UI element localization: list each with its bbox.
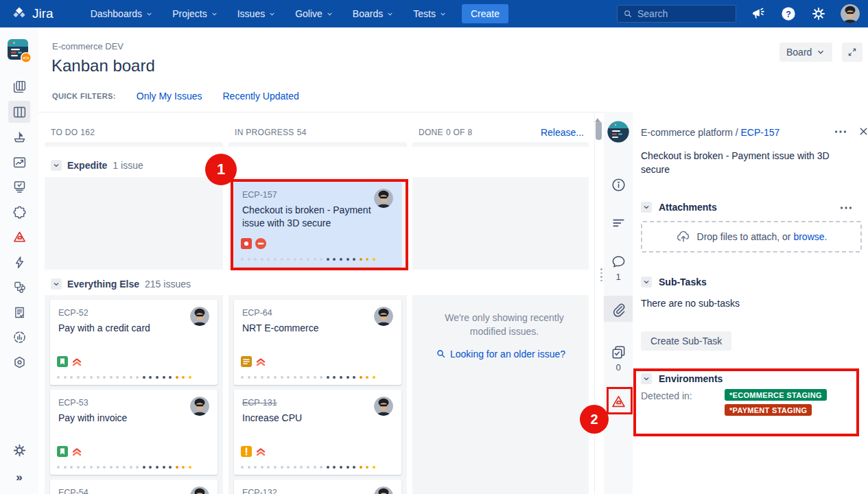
collapse-swimlane-button[interactable] [51,160,62,171]
swimlane-expedite: Expedite 1 issue [51,160,143,171]
nav-item-projects[interactable]: Projects [163,0,228,27]
days-in-column-dots [57,466,191,469]
sidebar-settings-hex-icon[interactable] [8,351,30,373]
nav-item-boards[interactable]: Boards [343,0,403,27]
gear-icon[interactable] [810,5,827,22]
warning-icon [241,446,252,457]
board-settings-gear-icon[interactable] [8,439,30,461]
chevron-down-icon [439,10,447,18]
nav-item-dashboards[interactable]: Dashboards [81,0,163,27]
issue-summary: Increase CPU [242,412,379,425]
rail-attachment-icon[interactable] [604,301,633,318]
issue-card-ECP-54[interactable]: ECP-54 [50,480,218,494]
attachments-more-icon[interactable] [838,200,854,215]
project-name[interactable]: E-commerce platform [641,127,733,138]
issue-card-ECP-157[interactable]: ECP-157 Checkout is broken - Payment iss… [234,182,401,267]
board-menu-button[interactable]: Board [779,43,832,62]
help-icon[interactable]: ? [780,5,797,22]
collapse-swimlane-button[interactable] [51,279,62,290]
user-avatar[interactable] [841,4,860,23]
filter-only-my-issues[interactable]: Only My Issues [137,91,202,102]
issue-card-ECP-52[interactable]: ECP-52 Pay with a credit card [50,300,218,385]
issue-badges [241,238,266,249]
sidebar-structure-icon[interactable] [8,277,30,298]
note-icon [241,356,252,367]
no-subtasks-text: There are no sub-tasks [641,298,740,309]
issue-title: Checkout is broken - Payment issue with … [641,149,855,177]
issue-key-link[interactable]: ECP-157 [740,127,779,138]
collapse-section-button[interactable] [641,373,652,384]
filter-recently-updated[interactable]: Recently Updated [222,91,298,102]
sidebar-releases-icon[interactable] [8,126,30,148]
chevron-down-icon [268,10,276,18]
days-in-column-dots [57,376,191,379]
issue-badges [241,446,266,457]
sidebar-boards-stack-icon[interactable] [8,76,30,98]
nav-item-tests[interactable]: Tests [403,0,456,27]
issue-card-ECP-131[interactable]: ECP-131 Increase CPU [234,390,401,475]
days-in-column-dots [241,258,375,261]
jira-logo[interactable]: Jira [11,5,54,22]
project-sidebar: <> » [0,27,38,494]
browse-link[interactable]: browse. [793,231,827,242]
days-in-column-dots [241,376,375,379]
search-input[interactable] [637,8,730,19]
todo-cell: ECP-52 Pay with a credit card ECP-53 Pay… [45,295,223,494]
issue-card-ECP-64[interactable]: ECP-64 NRT E-commerce [234,300,401,385]
top-navigation: Jira DashboardsProjectsIssuesGoliveBoard… [0,0,868,27]
sidebar-kanban-board-icon[interactable] [8,101,30,123]
create-button[interactable]: Create [462,4,508,23]
chevron-down-icon [52,161,60,169]
recently-modified-message: We're only showing recently modified iss… [427,311,581,339]
sidebar-insights-icon[interactable] [8,327,30,349]
breadcrumb[interactable]: E-commerce DEV [52,41,124,51]
swimlane-count: 215 issues [145,279,191,290]
panel-scrollbar-thumb[interactable] [596,121,602,140]
inprogress-cell: ECP-64 NRT E-commerce ECP-131 Increase C… [228,295,407,494]
issue-card-ECP-53[interactable]: ECP-53 Pay with invoice [50,390,218,475]
attachment-dropzone[interactable]: Drop files to attach, or browse. [641,221,862,252]
drag-handle[interactable] [600,268,602,281]
swimlane-count: 1 issue [113,160,143,171]
issue-card-ECP-132[interactable]: ECP-132 [234,480,401,494]
issue-breadcrumb: E-commerce platform / ECP-157 [641,127,779,138]
create-subtask-button[interactable]: Create Sub-Task [641,331,731,351]
nav-item-issues[interactable]: Issues [228,0,285,27]
environment-badge[interactable]: *ECOMMERCE STAGING [725,389,827,401]
project-avatar[interactable]: <> [7,38,32,63]
sidebar-reports-icon[interactable] [8,151,30,173]
issue-detail-rail: 10 [604,112,633,494]
swimlane-everything-else: Everything Else 215 issues [51,279,191,290]
subtasks-section-header: Sub-Tasks [641,277,707,287]
fullscreen-button[interactable] [842,43,863,62]
sidebar-addons-icon[interactable] [8,201,30,223]
main-menu: DashboardsProjectsIssuesGoliveBoardsTest… [81,0,456,27]
release-link[interactable]: Release... [412,127,584,138]
global-search[interactable] [617,5,736,23]
expand-sidebar-icon[interactable]: » [16,471,22,484]
collapse-section-button[interactable] [641,202,652,213]
megaphone-icon[interactable] [750,5,766,22]
close-icon[interactable] [858,126,868,137]
issue-key: ECP-157 [242,190,277,200]
sidebar-automation-icon[interactable] [8,251,30,273]
rail-info-icon[interactable] [604,176,633,193]
nav-item-golive[interactable]: Golive [285,0,343,27]
chevron-down-icon [211,10,218,18]
chevron-down-icon [326,10,333,18]
rail-details-icon[interactable] [604,215,633,231]
rail-comments-icon[interactable] [604,253,633,270]
collapse-section-button[interactable] [641,277,652,287]
issue-badges [57,446,82,457]
sidebar-raygun-icon[interactable] [8,226,30,248]
project-avatar[interactable] [607,121,629,143]
older-issue-link[interactable]: Looking for an older issue? [436,349,565,360]
rail-subtasks-icon[interactable] [604,344,633,360]
board-menu-label: Board [786,47,812,58]
more-actions-icon[interactable] [833,124,848,139]
environment-badge[interactable]: *PAYMENT STAGING [725,404,812,416]
sidebar-icons [0,73,38,373]
rail-raygun-icon[interactable] [604,393,633,410]
sidebar-monitor-check-icon[interactable] [8,176,30,198]
sidebar-checklist-icon[interactable] [8,301,30,323]
